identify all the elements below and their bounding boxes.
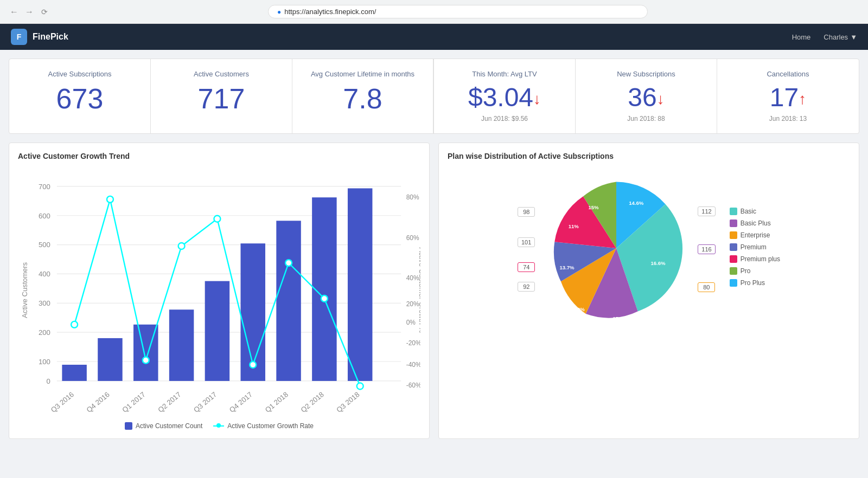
arrow-down-subs: ↓: [657, 91, 665, 107]
user-menu[interactable]: Charles ▼: [824, 33, 857, 41]
x-label-q3-2018: Q3 2018: [335, 390, 361, 414]
pie-label-116: 116: [698, 244, 715, 254]
charts-row: Active Customer Growth Trend 700 600 500: [9, 143, 859, 439]
svg-text:80%: 80%: [406, 193, 419, 201]
kpi-sub-avg-ltv: Jun 2018: $9.56: [447, 115, 562, 122]
svg-text:0%: 0%: [406, 319, 416, 326]
svg-text:500: 500: [39, 241, 50, 249]
kpi-title-new-subscriptions: New Subscriptions: [589, 70, 704, 78]
kpi-avg-lifetime: Avg Customer Lifetime in months 7.8: [292, 59, 434, 133]
trend-dot-q1-2017: [143, 357, 149, 364]
bar-chart-title: Active Customer Growth Trend: [18, 152, 420, 160]
kpi-avg-ltv: This Month: Avg LTV $3.04↓ Jun 2018: $9.…: [434, 59, 576, 133]
pie-label-112: 112: [698, 206, 715, 216]
svg-text:200: 200: [39, 328, 50, 337]
address-bar[interactable]: ● https://analytics.finepick.com/: [268, 5, 648, 18]
home-link[interactable]: Home: [792, 33, 811, 41]
pie-pct-enterprise: 11.9%: [570, 306, 585, 312]
pie-legend-label-enterprise: Enterprise: [741, 231, 770, 239]
secure-icon: ●: [277, 8, 281, 16]
bar-q4-2016: [98, 338, 122, 381]
kpi-new-subscriptions: New Subscriptions 36↓ Jun 2018: 88: [576, 59, 717, 133]
legend-box-count: [125, 422, 132, 430]
kpi-title-avg-lifetime: Avg Customer Lifetime in months: [305, 70, 420, 78]
pie-pct-basic: 16.6%: [651, 260, 666, 266]
trend-dot-q1-2018: [285, 260, 292, 266]
x-label-q4-2017: Q4 2017: [228, 390, 254, 414]
refresh-button[interactable]: ⟳: [39, 7, 50, 17]
url-text: https://analytics.finepick.com/: [284, 8, 376, 16]
kpi-row: Active Subscriptions 673 Active Customer…: [9, 59, 859, 134]
svg-text:-60%: -60%: [406, 382, 420, 389]
legend-label-growth: Active Customer Growth Rate: [227, 422, 314, 430]
pie-legend-enterprise: Enterprise: [730, 231, 780, 239]
kpi-title-cancellations: Cancellations: [730, 70, 846, 78]
pie-right-labels: 112 116 80: [698, 206, 715, 292]
arrow-down-ltv: ↓: [533, 91, 541, 107]
legend-line-growth: [213, 425, 224, 427]
svg-text:600: 600: [39, 212, 50, 220]
browser-chrome: ← → ⟳ ● https://analytics.finepick.com/: [0, 0, 868, 24]
chevron-down-icon: ▼: [850, 33, 857, 41]
nav-links: Home Charles ▼: [792, 33, 857, 41]
pie-pct-proplus: 14.6%: [629, 200, 644, 206]
pie-legend-label-basic: Basic: [741, 208, 756, 215]
x-label-q1-2017: Q1 2017: [120, 390, 146, 414]
kpi-active-customers: Active Customers 717: [151, 59, 292, 133]
y-axis-label: Active Customers: [21, 262, 29, 318]
pie-legend-label-premium: Premium: [741, 243, 767, 251]
pie-legend-proplus: Pro Plus: [730, 279, 780, 287]
legend-customer-count: Active Customer Count: [125, 422, 202, 430]
trend-dot-q3-2018: [357, 383, 363, 390]
svg-text:60%: 60%: [406, 234, 419, 242]
trend-dot-q2-2017: [178, 243, 185, 249]
pie-legend-box-premium: [730, 243, 737, 251]
bar-q3-2017: [205, 281, 229, 381]
trend-dot-q2-2018: [321, 295, 328, 302]
back-button[interactable]: ←: [9, 7, 20, 17]
kpi-cancellations: Cancellations 17↑ Jun 2018: 13: [717, 59, 859, 133]
pie-legend-label-basicplus: Basic Plus: [741, 219, 771, 227]
pie-legend-box-pro: [730, 267, 737, 275]
svg-text:400: 400: [39, 270, 50, 278]
kpi-active-subscriptions: Active Subscriptions 673: [9, 59, 151, 133]
main-content: Active Subscriptions 673 Active Customer…: [0, 50, 868, 448]
pie-chart-panel: Plan wise Distribution of Active Subscri…: [438, 143, 859, 439]
svg-text:700: 700: [39, 183, 50, 191]
kpi-value-cancellations: 17↑: [730, 85, 846, 111]
kpi-value-active-subscriptions: 673: [22, 85, 137, 113]
pie-left-labels: 98 101 74 92: [518, 207, 535, 292]
pie-chart-svg: 14.6% 16.6% 17.2% 11.9% 13.7%: [540, 172, 692, 324]
bar-chart-svg: 700 600 500 400 300 200 100 0 80% 60% 40…: [18, 167, 420, 414]
pie-legend-basicplus: Basic Plus: [730, 219, 780, 227]
pie-legend-label-pro: Pro: [741, 267, 751, 275]
svg-text:300: 300: [39, 299, 50, 307]
pie-legend-label-proplus: Pro Plus: [741, 279, 765, 287]
bar-q2-2017: [169, 309, 194, 381]
logo: F FinePick: [11, 29, 68, 45]
pie-legend-box-basic: [730, 208, 737, 215]
pie-pct-basicplus: 17.2%: [613, 315, 628, 321]
pie-label-101: 101: [518, 237, 535, 247]
legend-growth-rate: Active Customer Growth Rate: [213, 422, 314, 430]
trend-dot-q3-2017: [214, 216, 220, 222]
svg-text:-20%: -20%: [406, 339, 420, 347]
x-label-q1-2018: Q1 2018: [264, 390, 290, 414]
x-label-q2-2018: Q2 2018: [299, 390, 325, 414]
svg-text:100: 100: [39, 358, 50, 366]
pie-label-98: 98: [518, 207, 535, 217]
pie-pct-premiumplus: 11%: [569, 223, 579, 229]
user-name: Charles: [824, 33, 848, 41]
pie-legend-pro: Pro: [730, 267, 780, 275]
pie-legend-box-proplus: [730, 279, 737, 287]
logo-icon: F: [11, 29, 27, 45]
pie-legend-box-enterprise: [730, 231, 737, 239]
x-label-q2-2017: Q2 2017: [156, 390, 182, 414]
forward-button[interactable]: →: [24, 7, 35, 17]
kpi-title-active-subscriptions: Active Subscriptions: [22, 70, 137, 78]
x-label-q3-2017: Q3 2017: [192, 390, 218, 414]
x-label-q3-2016: Q3 2016: [49, 390, 75, 414]
pie-chart-title: Plan wise Distribution of Active Subscri…: [448, 152, 850, 160]
x-label-q4-2016: Q4 2016: [85, 390, 111, 414]
svg-text:0: 0: [47, 377, 50, 385]
